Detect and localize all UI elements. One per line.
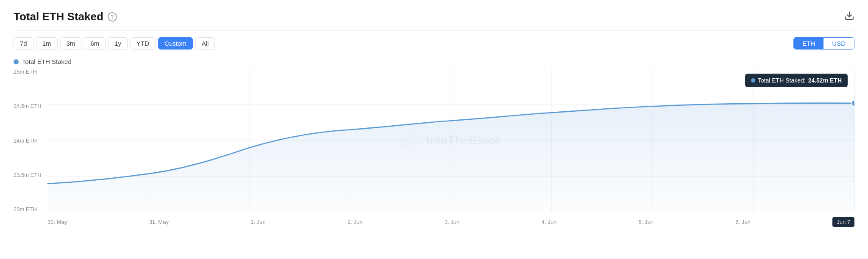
filter-6m[interactable]: 6m [84,37,106,50]
header-row: Total ETH Staked ? [14,10,854,23]
legend-label: Total ETH Staked [22,58,72,65]
header-divider [14,30,854,30]
currency-eth[interactable]: ETH [794,38,823,49]
chart-area: 25m ETH 24.5m ETH 24m ETH 23.5m ETH 23m … [14,69,854,229]
page-title: Total ETH Staked [14,10,103,23]
x-label-3jun: 3. Jun [445,219,459,225]
y-label-235m: 23.5m ETH [14,172,42,178]
x-label-6jun: 6. Jun [735,219,750,225]
x-label-jun7: Jun 7 [832,217,854,227]
filter-ytd[interactable]: YTD [130,37,156,50]
download-icon[interactable] [844,11,854,23]
filter-custom[interactable]: Custom [158,37,193,50]
x-label-31may: 31. May [149,219,169,225]
filter-7d[interactable]: 7d [14,37,33,50]
title-area: Total ETH Staked ? [14,10,117,23]
y-label-24m: 24m ETH [14,138,42,144]
x-label-30may: 30. May [47,219,67,225]
x-label-1jun: 1. Jun [250,219,265,225]
currency-usd[interactable]: USD [823,38,854,49]
chart-svg: IntoTheBlock [47,69,854,212]
x-label-4jun: 4. Jun [542,219,556,225]
svg-point-20 [851,100,854,106]
y-axis-labels: 25m ETH 24.5m ETH 24m ETH 23.5m ETH 23m … [14,69,42,212]
x-label-2jun: 2. Jun [348,219,362,225]
currency-toggle: ETH USD [793,37,854,50]
legend-dot [14,59,19,64]
y-label-23m: 23m ETH [14,206,42,212]
time-filters: 7d 1m 3m 6m 1y YTD Custom All [14,37,215,50]
y-label-25m: 25m ETH [14,69,42,75]
controls-row: 7d 1m 3m 6m 1y YTD Custom All ETH USD [14,37,854,50]
filter-3m[interactable]: 3m [60,37,82,50]
help-icon[interactable]: ? [108,12,117,22]
x-label-5jun: 5. Jun [639,219,654,225]
filter-1y[interactable]: 1y [108,37,128,50]
legend-row: Total ETH Staked [14,58,854,65]
filter-all[interactable]: All [195,37,215,50]
filter-1m[interactable]: 1m [36,37,58,50]
page-container: Total ETH Staked ? 7d 1m 3m 6m 1y YTD Cu… [0,0,868,259]
y-label-245m: 24.5m ETH [14,103,42,109]
x-axis-labels: 30. May 31. May 1. Jun 2. Jun 3. Jun 4. … [47,214,854,229]
